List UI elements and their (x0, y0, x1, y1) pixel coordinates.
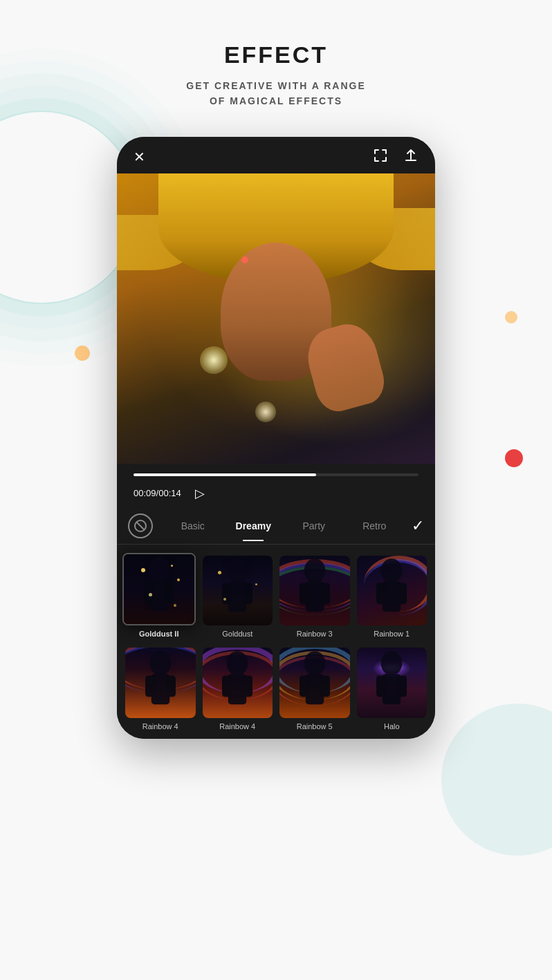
phone-mockup: ✕ (117, 137, 435, 739)
effect-rainbow3[interactable]: Rainbow 3 (279, 556, 350, 639)
effect-golddust[interactable]: Golddust (203, 556, 273, 639)
svg-rect-25 (243, 675, 252, 697)
effect-label-rainbow4a: Rainbow 4 (142, 722, 178, 731)
svg-rect-8 (222, 583, 231, 605)
timeline-area: 00:09/00:14 ▷ (117, 464, 435, 508)
effect-rainbow4b[interactable]: Rainbow 4 (203, 648, 273, 731)
effects-row-2: Rainbow 4 Rainbow 4 (125, 648, 427, 731)
video-preview (117, 173, 435, 464)
svg-rect-12 (300, 583, 309, 605)
svg-rect-33 (398, 675, 407, 697)
svg-rect-4 (144, 582, 153, 603)
tab-basic[interactable]: Basic (163, 516, 223, 536)
effects-row-1: Golddust II Gol (125, 556, 427, 639)
time-display: 00:09/00:14 (134, 488, 181, 498)
no-effect-button[interactable] (128, 513, 153, 538)
effect-label-rainbow3: Rainbow 3 (297, 630, 333, 638)
svg-line-1 (136, 522, 145, 530)
fullscreen-icon[interactable] (373, 148, 388, 167)
tab-dreamy[interactable]: Dreamy (223, 516, 284, 536)
effect-label-rainbow1: Rainbow 1 (374, 630, 410, 638)
page-title: EFFECT (14, 41, 538, 68)
svg-rect-29 (321, 675, 330, 697)
effect-label-golddust2: Golddust II (139, 630, 178, 638)
effects-tabs: Basic Dreamy Party Retro ✓ (117, 508, 435, 545)
timeline-bar[interactable] (134, 473, 418, 476)
svg-point-26 (304, 651, 325, 675)
share-icon[interactable] (403, 148, 418, 167)
effects-grid: Golddust II Gol (117, 545, 435, 739)
page-header: EFFECT GET CREATIVE WITH A RANGE OF MAGI… (0, 0, 552, 130)
effect-rainbow4a[interactable]: Rainbow 4 (125, 648, 196, 731)
svg-rect-16 (376, 583, 385, 605)
effect-label-rainbow4b: Rainbow 4 (219, 722, 255, 731)
effect-golddust2[interactable]: Golddust II (122, 553, 196, 639)
phone-topbar: ✕ (117, 137, 435, 173)
svg-rect-24 (222, 675, 231, 697)
svg-rect-17 (398, 583, 407, 605)
svg-point-30 (381, 651, 403, 675)
svg-rect-13 (321, 583, 330, 605)
svg-rect-21 (167, 675, 176, 697)
page-subtitle: GET CREATIVE WITH A RANGE OF MAGICAL EFF… (14, 78, 538, 109)
effect-rainbow5[interactable]: Rainbow 5 (279, 648, 350, 731)
svg-point-14 (381, 559, 403, 583)
timeline-controls: 00:09/00:14 ▷ (134, 486, 418, 501)
svg-point-22 (227, 651, 248, 675)
svg-point-10 (304, 559, 325, 583)
effect-halo[interactable]: Halo (357, 648, 427, 731)
svg-rect-32 (376, 675, 385, 697)
confirm-button[interactable]: ✓ (412, 517, 424, 535)
svg-rect-9 (243, 583, 252, 605)
topbar-right-icons (373, 148, 418, 167)
effect-label-golddust: Golddust (222, 630, 252, 638)
tab-party[interactable]: Party (284, 516, 344, 536)
svg-point-18 (149, 651, 171, 675)
play-button[interactable]: ▷ (195, 486, 205, 501)
svg-point-2 (148, 558, 169, 582)
svg-rect-20 (145, 675, 154, 697)
tab-retro[interactable]: Retro (344, 516, 405, 536)
svg-rect-5 (165, 582, 174, 603)
effect-label-halo: Halo (384, 722, 400, 731)
svg-rect-28 (300, 675, 309, 697)
close-button[interactable]: ✕ (134, 149, 145, 165)
phone-container: ✕ (0, 130, 552, 753)
effect-rainbow1[interactable]: Rainbow 1 (357, 556, 427, 639)
effect-label-rainbow5: Rainbow 5 (297, 722, 333, 731)
svg-point-6 (227, 559, 248, 583)
